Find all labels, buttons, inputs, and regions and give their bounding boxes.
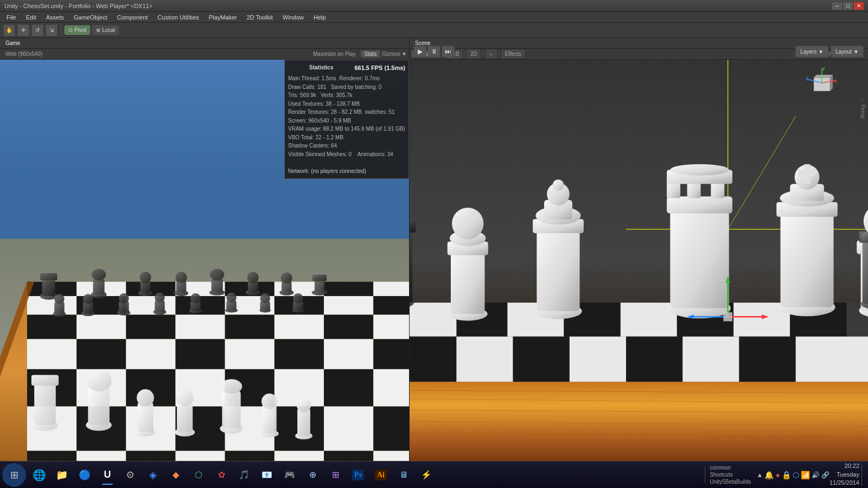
svg-rect-28: [76, 339, 126, 369]
effects-btn[interactable]: Effects: [502, 50, 524, 58]
maximize-button[interactable]: □: [843, 2, 853, 10]
minimize-button[interactable]: –: [832, 2, 842, 10]
svg-rect-24: [275, 314, 324, 339]
start-button[interactable]: ⊞: [2, 463, 26, 487]
menu-edit[interactable]: Edit: [22, 13, 41, 22]
svg-rect-23: [225, 314, 275, 339]
taskbar-icon-app3[interactable]: ⬡: [188, 464, 209, 486]
taskbar-icon-app6[interactable]: 📧: [256, 464, 278, 486]
svg-rect-206: [863, 239, 868, 304]
tray-icon-2: ●: [775, 471, 780, 479]
stats-btn[interactable]: Stats: [361, 50, 380, 57]
pause-button[interactable]: ⏸: [427, 46, 441, 57]
2d-btn[interactable]: 2D: [468, 50, 480, 58]
svg-rect-162: [796, 337, 868, 382]
app1-icon: ◈: [149, 469, 157, 481]
taskbar-icon-unity[interactable]: U: [97, 464, 118, 486]
svg-rect-19: [27, 314, 76, 339]
menu-component[interactable]: Component: [112, 13, 152, 22]
persp-label: ← Persp: [860, 98, 866, 119]
move-tool-button[interactable]: ✛: [17, 24, 29, 36]
game-gizmos-btn[interactable]: Gizmos ▼: [382, 51, 407, 57]
resolution-label[interactable]: Web (960x540): [2, 50, 46, 57]
taskbar-icon-ps[interactable]: Ps: [347, 464, 369, 486]
svg-rect-58: [373, 451, 409, 461]
svg-point-76: [261, 394, 277, 409]
menu-gameobject[interactable]: GameObject: [69, 13, 112, 22]
taskbar-icon-steam[interactable]: ⚙: [119, 464, 141, 486]
stats-overlay: Statistics 661.5 FPS (1.5ms) Main Thread…: [284, 60, 409, 179]
stats-line-3: Used Textures: 38 - 138.7 MB: [288, 100, 405, 108]
taskbar-icon-ie[interactable]: 🌐: [28, 464, 50, 486]
menu-file[interactable]: File: [2, 13, 21, 22]
app8-icon: ⊕: [309, 470, 316, 480]
taskbar-icon-app5[interactable]: 🎵: [233, 464, 255, 486]
taskbar-icon-app7[interactable]: 🎮: [279, 464, 301, 486]
stats-line-5: Screen: 960x540 - 5.9 MB: [288, 117, 405, 125]
taskbar-clock[interactable]: 20:22 Tuesday 11/25/2014: [829, 462, 859, 487]
layout-dropdown[interactable]: Layout ▼: [831, 46, 864, 57]
hand-tool-button[interactable]: ✋: [3, 24, 15, 36]
svg-rect-27: [27, 339, 76, 369]
menu-window[interactable]: Window: [278, 13, 308, 22]
quick-label-shortcuts[interactable]: Shortcuts: [707, 471, 753, 478]
scene-panel: Scene Textured | RGB | 2D | ☼ | Effects …: [410, 38, 868, 461]
taskbar-icon-app4[interactable]: ✿: [210, 464, 232, 486]
app5-icon: 🎵: [239, 470, 250, 480]
network-icon: 🔗: [821, 471, 829, 479]
local-toggle[interactable]: ⊕ Local: [92, 25, 119, 35]
scale-tool-button[interactable]: ⇲: [46, 24, 58, 36]
svg-rect-34: [373, 339, 409, 369]
menu-custom-utilities[interactable]: Custom Utilities: [153, 13, 203, 22]
svg-rect-17: [324, 296, 373, 314]
menu-assets[interactable]: Assets: [42, 13, 68, 22]
taskbar-icon-app9[interactable]: ⊞: [324, 464, 346, 486]
scene-lighting-btn[interactable]: ☼: [486, 50, 496, 58]
svg-rect-54: [175, 451, 225, 461]
maximize-on-play-btn[interactable]: Maximize on Play: [310, 50, 359, 57]
rotate-tool-button[interactable]: ↺: [31, 24, 43, 36]
taskbar: ⊞ 🌐 📁 🔵 U ⚙ ◈ ◆ ⬡ ✿ 🎵: [0, 461, 868, 488]
quick-label-common[interactable]: common: [707, 464, 753, 471]
svg-point-112: [119, 293, 129, 304]
pivot-toggle[interactable]: ⊙ Pivot: [65, 25, 90, 35]
menu-help[interactable]: Help: [309, 13, 330, 22]
svg-rect-30: [175, 339, 225, 369]
svg-point-73: [221, 379, 242, 393]
taskbar-icon-misc1[interactable]: 🖥: [393, 464, 414, 486]
svg-rect-60: [34, 382, 56, 425]
close-button[interactable]: ✕: [854, 2, 864, 10]
taskbar-icon-ai[interactable]: Ai: [370, 464, 392, 486]
svg-rect-156: [456, 337, 513, 382]
taskbar-icon-browser[interactable]: 🔵: [74, 464, 95, 486]
svg-rect-13: [126, 296, 175, 314]
menu-2d-toolkit[interactable]: 2D Toolkit: [242, 13, 277, 22]
play-button[interactable]: ▶: [413, 46, 426, 57]
volume-icon[interactable]: 🔊: [812, 471, 820, 479]
layers-dropdown[interactable]: Layers ▼: [795, 46, 828, 57]
misc2-icon: ⚡: [421, 470, 432, 480]
taskbar-icon-explorer[interactable]: 📁: [51, 464, 73, 486]
svg-rect-160: [682, 337, 739, 382]
taskbar-icon-app1[interactable]: ◈: [142, 464, 164, 486]
quick-label-unity5[interactable]: Unity5BetaBuilds: [707, 478, 753, 485]
taskbar-icon-misc2[interactable]: ⚡: [416, 464, 437, 486]
taskbar-icon-app2[interactable]: ◆: [165, 464, 187, 486]
stats-line-7: VBO Total: 22 - 1.2 MB: [288, 133, 405, 142]
taskbar-icon-app8[interactable]: ⊕: [302, 464, 323, 486]
layers-label: Layers: [800, 49, 816, 55]
svg-point-64: [86, 370, 112, 391]
menu-playmaker[interactable]: PlayMaker: [205, 13, 241, 22]
misc1-icon: 🖥: [399, 470, 408, 480]
game-tab[interactable]: Game: [3, 39, 22, 47]
svg-rect-161: [739, 337, 796, 382]
scene-canvas: X Y Z ← Persp: [410, 60, 868, 461]
svg-rect-84: [93, 279, 105, 294]
tray-arrow[interactable]: ▲: [757, 471, 763, 479]
step-button[interactable]: ⏭: [442, 46, 455, 57]
main-content: Game Web (960x540) Maximize on Play Stat…: [0, 38, 868, 461]
svg-rect-203: [410, 229, 412, 303]
show-desktop-button[interactable]: [861, 464, 866, 486]
svg-rect-9: [324, 282, 373, 296]
stats-line-9: Visible Skinned Meshes: 0 Animations: 34: [288, 150, 405, 159]
